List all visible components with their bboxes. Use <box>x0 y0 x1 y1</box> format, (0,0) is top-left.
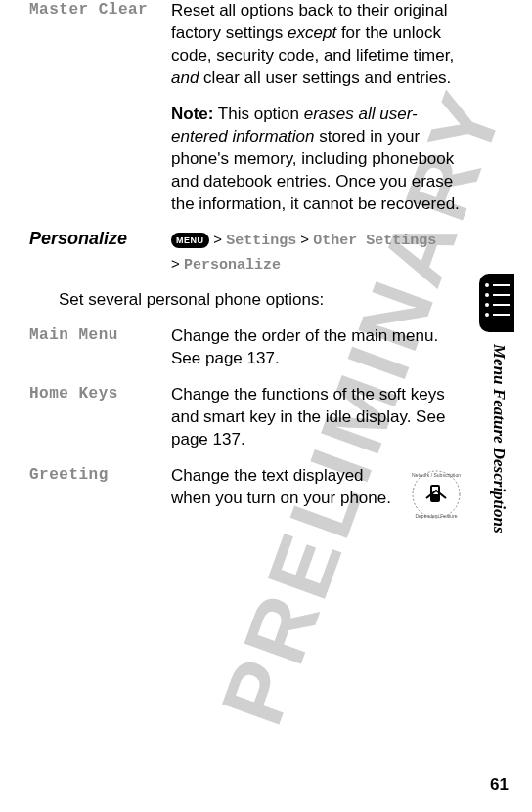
home-keys-desc: Change the functions of the soft keys an… <box>171 384 493 451</box>
sidebar: Menu Feature Descriptions <box>485 274 514 534</box>
home-keys-row: Home Keys Change the functions of the so… <box>29 384 493 451</box>
greeting-label: Greeting <box>29 466 109 484</box>
master-clear-row: Master Clear Reset all options back to t… <box>29 0 493 215</box>
main-menu-row: Main Menu Change the order of the main m… <box>29 325 493 370</box>
master-clear-label: Master Clear <box>29 1 148 19</box>
settings-breadcrumb: > Settings > Other Settings > Personaliz… <box>171 233 436 274</box>
sep1: > <box>213 231 226 247</box>
list-tab-icon <box>479 274 514 332</box>
page-content: Master Clear Reset all options back to t… <box>0 0 532 522</box>
personalize-intro: Set several personal phone options: <box>59 290 493 310</box>
note-label: Note: <box>171 105 213 123</box>
note-a: This option <box>213 105 303 123</box>
personalize-row: Personalize MENU > Settings > Other Sett… <box>29 229 493 277</box>
main-menu-desc: Change the order of the main menu. See p… <box>171 325 493 370</box>
personalize-heading: Personalize <box>29 229 127 248</box>
svg-text:Network / Subscription: Network / Subscription <box>412 472 461 478</box>
home-keys-label: Home Keys <box>29 385 118 403</box>
master-clear-desc: Reset all options back to their original… <box>171 0 493 215</box>
greeting-row: Greeting Network / Subscription Dependen… <box>29 465 493 522</box>
network-feature-icon: Network / Subscription Dependent Feature <box>409 467 464 522</box>
greeting-desc-wrap: Network / Subscription Dependent Feature… <box>171 465 493 522</box>
path-settings: Settings <box>226 233 296 249</box>
page-number: 61 <box>490 775 509 794</box>
path-other: Other Settings <box>313 233 436 249</box>
mc-text-b: except <box>288 23 336 42</box>
svg-text:Dependent Feature: Dependent Feature <box>415 513 457 519</box>
path-personalize: Personalize <box>184 257 281 274</box>
greeting-desc: Change the text displayed when you turn … <box>171 466 391 507</box>
mc-text-d: and <box>171 68 199 87</box>
sep3: > <box>171 255 184 272</box>
section-title-vertical: Menu Feature Descriptions <box>489 344 509 534</box>
menu-badge: MENU <box>171 233 209 248</box>
sep2: > <box>296 231 313 247</box>
mc-text-e: clear all user settings and entries. <box>199 68 451 87</box>
main-menu-label: Main Menu <box>29 326 118 344</box>
